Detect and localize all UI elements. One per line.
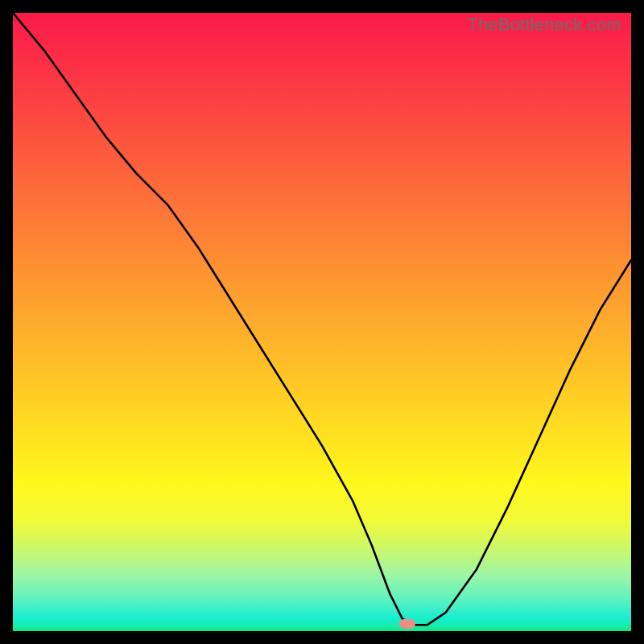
curve-layer — [13, 13, 631, 631]
bottleneck-curve — [13, 13, 631, 625]
chart-container: TheBottleneck.com — [0, 0, 644, 644]
plot-area: TheBottleneck.com — [13, 13, 631, 631]
watermark-text: TheBottleneck.com — [467, 14, 621, 35]
optimal-point-marker — [399, 619, 415, 629]
